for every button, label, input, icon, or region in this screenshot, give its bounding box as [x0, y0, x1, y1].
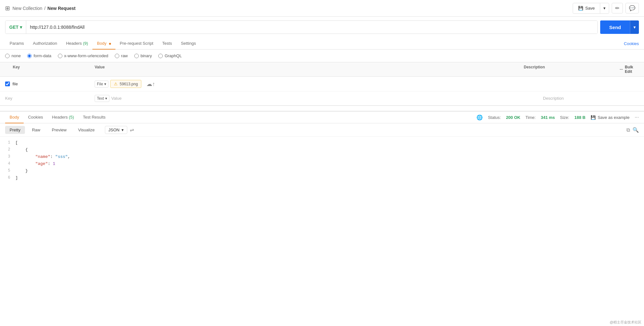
code-line-5: 5 } — [0, 167, 644, 175]
form-table-empty-row: Key Text ▾ Value Description — [0, 91, 644, 105]
row-key: file — [12, 82, 18, 86]
code-line-1: 1 [ — [0, 139, 644, 146]
url-bar: GET ▾ Send ▾ — [0, 17, 644, 38]
time-label: Time: — [525, 115, 536, 120]
warning-icon: ⚠ — [114, 82, 118, 86]
empty-type-select[interactable]: Text ▾ — [95, 95, 109, 102]
value-placeholder[interactable]: Value — [111, 96, 122, 101]
response-tab-body[interactable]: Body — [5, 112, 24, 123]
form-table-header: Key Value Description ··· Bulk Edit — [0, 62, 644, 77]
file-type-select[interactable]: File ▾ — [95, 81, 108, 88]
upload-icon[interactable]: ☁↑ — [146, 81, 155, 88]
col-key: Key — [5, 65, 95, 74]
tab-authorization[interactable]: Authorization — [28, 38, 62, 50]
app-icon: ⊞ — [5, 5, 10, 12]
send-button[interactable]: Send — [600, 20, 630, 34]
url-input[interactable] — [26, 21, 598, 34]
radio-urlencoded[interactable]: x-www-form-urlencoded — [58, 53, 108, 58]
view-pretty-button[interactable]: Pretty — [5, 126, 25, 134]
more-dots-icon: ··· — [620, 67, 623, 72]
size-value: 188 B — [574, 115, 585, 120]
breadcrumb-request: New Request — [47, 6, 75, 11]
value-cell: File ▾ ⚠ 59613.png ☁↑ — [95, 80, 524, 88]
send-button-group: Send ▾ — [600, 20, 639, 34]
more-options-icon[interactable]: ··· — [635, 114, 639, 120]
response-status: 🌐 Status: 200 OK Time: 341 ms Size: 188 … — [476, 114, 639, 120]
radio-raw[interactable]: raw — [115, 53, 128, 58]
method-chevron-icon: ▾ — [20, 25, 22, 30]
edit-icon: ✏ — [615, 5, 619, 11]
radio-none[interactable]: none — [5, 53, 21, 58]
send-caret-button[interactable]: ▾ — [630, 20, 639, 34]
form-data-table: Key Value Description ··· Bulk Edit file… — [0, 62, 644, 106]
globe-icon[interactable]: 🌐 — [476, 114, 483, 120]
response-panel: Body Cookies Headers (5) Test Results 🌐 … — [0, 111, 644, 201]
comment-button[interactable]: 💬 — [625, 3, 639, 13]
code-line-2: 2 { — [0, 146, 644, 153]
code-line-4: 4 "age": 1 — [0, 160, 644, 167]
response-tab-headers[interactable]: Headers (5) — [48, 112, 79, 123]
code-line-6: 6 ] — [0, 175, 644, 182]
request-tabs: Params Authorization Headers (9) Body Pr… — [0, 38, 644, 50]
header-left: ⊞ New Collection / New Request — [5, 5, 75, 12]
col-value: Value — [95, 65, 524, 74]
view-preview-button[interactable]: Preview — [47, 126, 71, 134]
tab-tests[interactable]: Tests — [158, 38, 176, 50]
header-right: 💾 Save ▾ ✏ 💬 — [573, 3, 639, 14]
edit-button[interactable]: ✏ — [612, 3, 623, 13]
size-label: Size: — [560, 115, 569, 120]
key-cell: file — [5, 82, 95, 86]
description-placeholder: Description — [543, 96, 639, 101]
col-description: Description — [524, 65, 620, 74]
form-table-row: file File ▾ ⚠ 59613.png ☁↑ — [0, 77, 644, 91]
search-button[interactable]: 🔍 — [632, 127, 639, 133]
response-tab-cookies[interactable]: Cookies — [24, 112, 48, 123]
save-caret-button[interactable]: ▾ — [600, 4, 609, 13]
copy-button[interactable]: ⧉ — [626, 127, 630, 133]
radio-binary[interactable]: binary — [134, 53, 152, 58]
empty-type-label: Text — [97, 96, 104, 101]
radio-graphql[interactable]: GraphQL — [158, 53, 182, 58]
method-label: GET — [9, 25, 19, 30]
save-example-label: Save as example — [598, 115, 630, 120]
breadcrumb: New Collection / New Request — [12, 6, 75, 11]
save-example-button[interactable]: 💾 Save as example — [591, 115, 630, 120]
view-raw-button[interactable]: Raw — [27, 126, 45, 134]
method-select[interactable]: GET ▾ — [5, 21, 26, 34]
time-value: 341 ms — [541, 115, 555, 120]
code-toolbar: Pretty Raw Preview Visualize JSON ▾ ⇌ ⧉ … — [0, 123, 644, 137]
bulk-edit-label: Bulk Edit — [625, 65, 639, 74]
type-chevron-icon: ▾ — [104, 82, 106, 86]
response-tab-test-results[interactable]: Test Results — [78, 112, 110, 123]
save-icon: 💾 — [591, 115, 596, 120]
tab-headers[interactable]: Headers (9) — [62, 38, 93, 50]
format-select[interactable]: JSON ▾ — [105, 126, 127, 134]
tab-body[interactable]: Body — [92, 38, 115, 50]
radio-formdata[interactable]: form-data — [27, 53, 51, 58]
status-value: 200 OK — [506, 115, 520, 120]
tab-prerequest[interactable]: Pre-request Script — [115, 38, 158, 50]
header: ⊞ New Collection / New Request 💾 Save ▾ … — [0, 0, 644, 17]
row-checkbox[interactable] — [5, 82, 10, 86]
response-tabs-bar: Body Cookies Headers (5) Test Results 🌐 … — [0, 112, 644, 123]
tab-settings[interactable]: Settings — [177, 38, 200, 50]
code-actions: ⧉ 🔍 — [626, 127, 639, 133]
breadcrumb-separator: / — [44, 6, 45, 11]
code-content[interactable]: 1 [ 2 { 3 "name": "sss", 4 "age": 1 5 } … — [0, 137, 644, 201]
format-chevron-icon: ▾ — [122, 128, 124, 132]
code-line-3: 3 "name": "sss", — [0, 153, 644, 160]
comment-icon: 💬 — [629, 5, 635, 11]
breadcrumb-collection[interactable]: New Collection — [12, 6, 42, 11]
file-badge: ⚠ 59613.png — [110, 80, 141, 88]
tab-params[interactable]: Params — [5, 38, 28, 50]
format-label: JSON — [108, 128, 120, 132]
cookies-link[interactable]: Cookies — [624, 41, 639, 46]
view-visualize-button[interactable]: Visualize — [74, 126, 99, 134]
bulk-edit-button[interactable]: ··· Bulk Edit — [620, 65, 639, 74]
status-label: Status: — [488, 115, 501, 120]
url-bar-inner: GET ▾ — [5, 20, 598, 34]
filter-icon[interactable]: ⇌ — [130, 127, 134, 133]
save-icon: 💾 — [578, 6, 583, 11]
save-button[interactable]: 💾 Save — [573, 4, 600, 13]
key-placeholder[interactable]: Key — [5, 96, 95, 101]
